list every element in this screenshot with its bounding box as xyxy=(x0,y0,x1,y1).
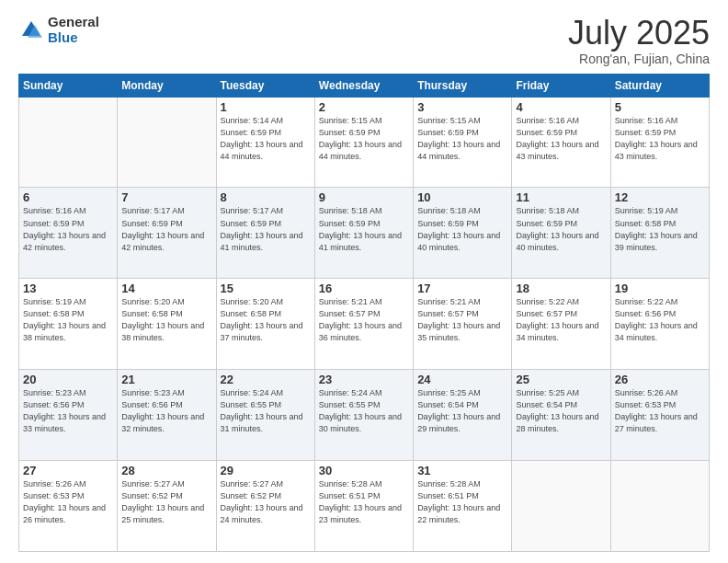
table-cell: 31Sunrise: 5:28 AM Sunset: 6:51 PM Dayli… xyxy=(414,461,512,552)
table-cell: 28Sunrise: 5:27 AM Sunset: 6:52 PM Dayli… xyxy=(118,461,216,552)
table-cell: 15Sunrise: 5:20 AM Sunset: 6:58 PM Dayli… xyxy=(216,279,314,370)
day-number: 13 xyxy=(23,282,113,295)
day-info: Sunrise: 5:20 AM Sunset: 6:58 PM Dayligh… xyxy=(121,296,211,344)
day-number: 7 xyxy=(121,190,211,204)
day-info: Sunrise: 5:14 AM Sunset: 6:59 PM Dayligh… xyxy=(221,115,311,163)
day-number: 30 xyxy=(319,464,409,477)
table-cell: 18Sunrise: 5:22 AM Sunset: 6:57 PM Dayli… xyxy=(512,279,610,370)
table-cell xyxy=(19,97,118,188)
day-number: 31 xyxy=(417,464,507,477)
day-info: Sunrise: 5:17 AM Sunset: 6:59 PM Dayligh… xyxy=(121,205,211,253)
day-info: Sunrise: 5:21 AM Sunset: 6:57 PM Dayligh… xyxy=(417,296,507,344)
table-cell: 1Sunrise: 5:14 AM Sunset: 6:59 PM Daylig… xyxy=(216,97,314,188)
table-cell: 25Sunrise: 5:25 AM Sunset: 6:54 PM Dayli… xyxy=(512,370,610,461)
col-tuesday: Tuesday xyxy=(216,74,314,97)
day-number: 4 xyxy=(516,100,606,114)
week-row-5: 27Sunrise: 5:26 AM Sunset: 6:53 PM Dayli… xyxy=(19,461,710,552)
table-cell: 21Sunrise: 5:23 AM Sunset: 6:56 PM Dayli… xyxy=(118,370,216,461)
day-info: Sunrise: 5:19 AM Sunset: 6:58 PM Dayligh… xyxy=(23,296,113,344)
day-info: Sunrise: 5:26 AM Sunset: 6:53 PM Dayligh… xyxy=(23,478,113,526)
table-cell: 10Sunrise: 5:18 AM Sunset: 6:59 PM Dayli… xyxy=(414,188,512,279)
day-number: 27 xyxy=(23,464,113,477)
day-number: 26 xyxy=(615,373,705,386)
day-info: Sunrise: 5:22 AM Sunset: 6:57 PM Dayligh… xyxy=(516,296,606,344)
day-number: 21 xyxy=(121,373,211,386)
table-cell: 5Sunrise: 5:16 AM Sunset: 6:59 PM Daylig… xyxy=(610,97,709,188)
day-number: 17 xyxy=(417,282,507,295)
month-title: July 2025 xyxy=(568,15,710,52)
day-info: Sunrise: 5:16 AM Sunset: 6:59 PM Dayligh… xyxy=(516,115,606,163)
table-cell: 27Sunrise: 5:26 AM Sunset: 6:53 PM Dayli… xyxy=(19,461,118,552)
day-number: 10 xyxy=(417,190,507,204)
table-cell: 11Sunrise: 5:18 AM Sunset: 6:59 PM Dayli… xyxy=(512,188,610,279)
day-number: 23 xyxy=(319,373,409,386)
col-saturday: Saturday xyxy=(610,74,709,97)
day-info: Sunrise: 5:17 AM Sunset: 6:59 PM Dayligh… xyxy=(221,205,311,253)
logo-text: General Blue xyxy=(48,15,99,45)
day-info: Sunrise: 5:23 AM Sunset: 6:56 PM Dayligh… xyxy=(121,387,211,435)
day-info: Sunrise: 5:22 AM Sunset: 6:56 PM Dayligh… xyxy=(615,296,705,344)
table-cell: 16Sunrise: 5:21 AM Sunset: 6:57 PM Dayli… xyxy=(314,279,413,370)
day-info: Sunrise: 5:16 AM Sunset: 6:59 PM Dayligh… xyxy=(23,205,113,253)
day-info: Sunrise: 5:24 AM Sunset: 6:55 PM Dayligh… xyxy=(221,387,311,435)
day-number: 1 xyxy=(221,100,311,114)
table-cell: 20Sunrise: 5:23 AM Sunset: 6:56 PM Dayli… xyxy=(19,370,118,461)
header: General Blue July 2025 Rong'an, Fujian, … xyxy=(18,15,710,66)
logo: General Blue xyxy=(18,15,99,45)
table-cell: 4Sunrise: 5:16 AM Sunset: 6:59 PM Daylig… xyxy=(512,97,610,188)
day-number: 16 xyxy=(319,282,409,295)
day-number: 3 xyxy=(417,100,507,114)
day-number: 8 xyxy=(221,190,311,204)
day-number: 11 xyxy=(516,190,606,204)
logo-blue-text: Blue xyxy=(48,30,99,46)
day-info: Sunrise: 5:27 AM Sunset: 6:52 PM Dayligh… xyxy=(221,478,311,526)
title-block: July 2025 Rong'an, Fujian, China xyxy=(568,15,710,66)
col-thursday: Thursday xyxy=(414,74,512,97)
week-row-4: 20Sunrise: 5:23 AM Sunset: 6:56 PM Dayli… xyxy=(19,370,710,461)
day-info: Sunrise: 5:25 AM Sunset: 6:54 PM Dayligh… xyxy=(516,387,606,435)
table-cell: 22Sunrise: 5:24 AM Sunset: 6:55 PM Dayli… xyxy=(216,370,314,461)
table-cell: 24Sunrise: 5:25 AM Sunset: 6:54 PM Dayli… xyxy=(414,370,512,461)
table-cell: 12Sunrise: 5:19 AM Sunset: 6:58 PM Dayli… xyxy=(610,188,709,279)
table-cell xyxy=(610,461,709,552)
day-info: Sunrise: 5:26 AM Sunset: 6:53 PM Dayligh… xyxy=(615,387,705,435)
week-row-2: 6Sunrise: 5:16 AM Sunset: 6:59 PM Daylig… xyxy=(19,188,710,279)
day-number: 25 xyxy=(516,373,606,386)
day-info: Sunrise: 5:20 AM Sunset: 6:58 PM Dayligh… xyxy=(221,296,311,344)
day-info: Sunrise: 5:27 AM Sunset: 6:52 PM Dayligh… xyxy=(121,478,211,526)
logo-icon xyxy=(18,17,44,43)
table-cell: 30Sunrise: 5:28 AM Sunset: 6:51 PM Dayli… xyxy=(314,461,413,552)
day-number: 5 xyxy=(615,100,705,114)
table-cell xyxy=(512,461,610,552)
col-wednesday: Wednesday xyxy=(314,74,413,97)
calendar-header-row: Sunday Monday Tuesday Wednesday Thursday… xyxy=(19,74,710,97)
day-info: Sunrise: 5:21 AM Sunset: 6:57 PM Dayligh… xyxy=(319,296,409,344)
day-info: Sunrise: 5:15 AM Sunset: 6:59 PM Dayligh… xyxy=(319,115,409,163)
day-info: Sunrise: 5:25 AM Sunset: 6:54 PM Dayligh… xyxy=(417,387,507,435)
col-friday: Friday xyxy=(512,74,610,97)
day-number: 22 xyxy=(221,373,311,386)
day-info: Sunrise: 5:15 AM Sunset: 6:59 PM Dayligh… xyxy=(417,115,507,163)
day-info: Sunrise: 5:16 AM Sunset: 6:59 PM Dayligh… xyxy=(615,115,705,163)
table-cell: 19Sunrise: 5:22 AM Sunset: 6:56 PM Dayli… xyxy=(610,279,709,370)
day-number: 18 xyxy=(516,282,606,295)
day-info: Sunrise: 5:23 AM Sunset: 6:56 PM Dayligh… xyxy=(23,387,113,435)
table-cell: 6Sunrise: 5:16 AM Sunset: 6:59 PM Daylig… xyxy=(19,188,118,279)
week-row-3: 13Sunrise: 5:19 AM Sunset: 6:58 PM Dayli… xyxy=(19,279,710,370)
table-cell: 26Sunrise: 5:26 AM Sunset: 6:53 PM Dayli… xyxy=(610,370,709,461)
day-number: 14 xyxy=(121,282,211,295)
col-sunday: Sunday xyxy=(19,74,118,97)
day-number: 19 xyxy=(615,282,705,295)
day-number: 15 xyxy=(221,282,311,295)
day-info: Sunrise: 5:18 AM Sunset: 6:59 PM Dayligh… xyxy=(319,205,409,253)
day-number: 24 xyxy=(417,373,507,386)
day-number: 29 xyxy=(221,464,311,477)
col-monday: Monday xyxy=(118,74,216,97)
week-row-1: 1Sunrise: 5:14 AM Sunset: 6:59 PM Daylig… xyxy=(19,97,710,188)
day-number: 28 xyxy=(121,464,211,477)
calendar-table: Sunday Monday Tuesday Wednesday Thursday… xyxy=(18,74,710,552)
day-number: 20 xyxy=(23,373,113,386)
table-cell: 2Sunrise: 5:15 AM Sunset: 6:59 PM Daylig… xyxy=(314,97,413,188)
table-cell: 8Sunrise: 5:17 AM Sunset: 6:59 PM Daylig… xyxy=(216,188,314,279)
table-cell: 13Sunrise: 5:19 AM Sunset: 6:58 PM Dayli… xyxy=(19,279,118,370)
